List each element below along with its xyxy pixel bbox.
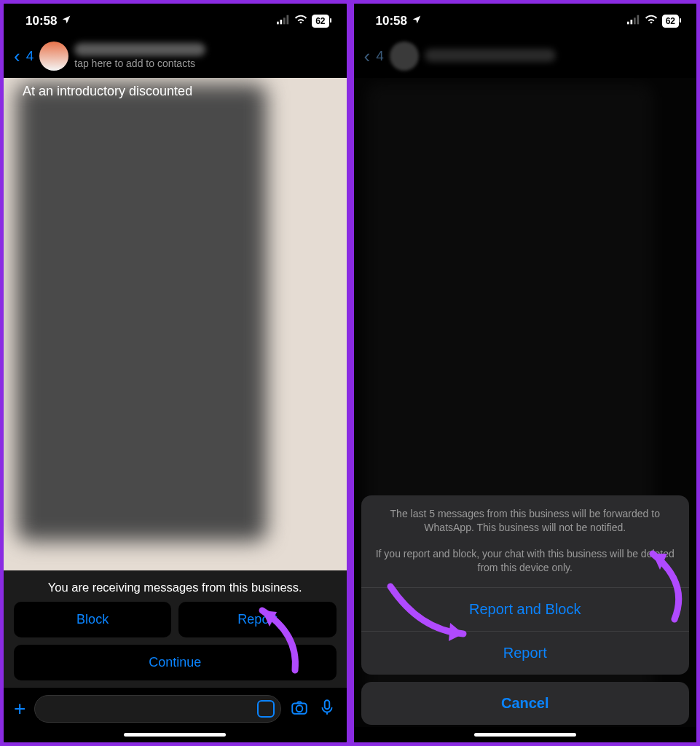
avatar (390, 42, 419, 71)
phone-screenshot-right: 10:58 62 ‹ 4 The last 5 messages from th… (352, 1, 699, 745)
phone-screenshot-left: 10:58 62 ‹ 4 tap here to add to contacts… (1, 1, 349, 745)
chat-header: ‹ 4 tap here to add to contacts (4, 39, 347, 78)
wifi-icon (645, 14, 658, 28)
chat-title-area (425, 49, 556, 63)
sheet-body-text-2: If you report and block, your chat with … (361, 540, 690, 587)
business-prompt-text: You are receiving messages from this bus… (14, 581, 337, 594)
business-prompt-panel: You are receiving messages from this bus… (4, 570, 347, 688)
svg-rect-0 (277, 22, 279, 25)
home-indicator[interactable] (124, 733, 226, 737)
report-button[interactable]: Report (361, 632, 690, 675)
cell-signal-icon (277, 14, 290, 28)
contact-name-redacted (425, 49, 556, 62)
chat-title-area[interactable]: tap here to add to contacts (74, 43, 205, 69)
svg-rect-2 (283, 17, 286, 24)
svg-rect-6 (324, 700, 329, 709)
avatar[interactable] (39, 42, 68, 71)
location-icon (412, 14, 422, 28)
report-button[interactable]: Report (178, 602, 336, 637)
camera-icon[interactable] (290, 698, 309, 720)
message-input[interactable] (34, 695, 280, 723)
location-icon (61, 14, 71, 28)
back-chevron-icon: ‹ (364, 45, 371, 68)
svg-rect-10 (634, 17, 636, 24)
cancel-button[interactable]: Cancel (361, 682, 690, 725)
chat-body[interactable]: At an introductory discounted (4, 78, 347, 570)
sticker-icon[interactable] (257, 700, 275, 718)
status-bar: 10:58 62 (4, 4, 347, 39)
microphone-icon[interactable] (318, 698, 337, 720)
status-bar: 10:58 62 (354, 4, 697, 39)
battery-indicator: 62 (662, 15, 679, 28)
contact-subtitle: tap here to add to contacts (74, 58, 205, 69)
message-content-redacted (17, 84, 267, 541)
status-time: 10:58 (25, 14, 57, 28)
continue-button[interactable]: Continue (14, 645, 337, 680)
chat-header: ‹ 4 (354, 39, 697, 78)
message-input-bar: + (4, 688, 347, 727)
report-and-block-button[interactable]: Report and Block (361, 588, 690, 631)
wifi-icon (294, 14, 307, 28)
back-unread-count[interactable]: 4 (26, 48, 34, 64)
svg-rect-9 (630, 20, 632, 24)
cell-signal-icon (627, 14, 640, 28)
back-unread-count: 4 (376, 48, 384, 64)
status-time: 10:58 (376, 14, 407, 28)
svg-rect-1 (280, 20, 283, 24)
svg-rect-8 (627, 22, 629, 25)
svg-point-5 (296, 705, 302, 712)
battery-indicator: 62 (312, 15, 329, 28)
home-indicator[interactable] (474, 733, 576, 737)
svg-rect-11 (637, 15, 639, 25)
block-button[interactable]: Block (14, 602, 171, 637)
svg-rect-3 (287, 15, 289, 25)
sheet-body-text: The last 5 messages from this business w… (361, 495, 690, 540)
contact-name-redacted (74, 43, 205, 56)
message-snippet: At an introductory discounted (23, 84, 192, 99)
back-chevron-icon[interactable]: ‹ (14, 45, 20, 68)
attach-plus-icon[interactable]: + (14, 697, 25, 721)
action-sheet: The last 5 messages from this business w… (361, 495, 690, 725)
